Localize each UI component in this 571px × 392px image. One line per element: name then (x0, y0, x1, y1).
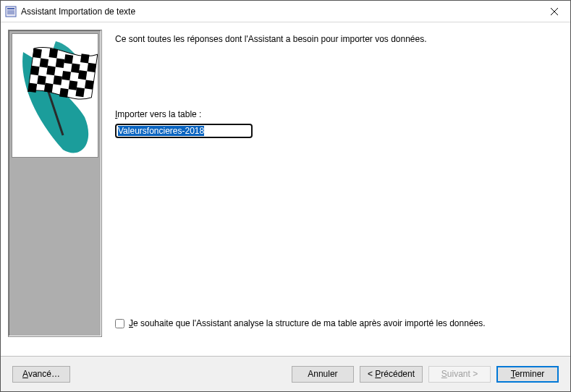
svg-rect-16 (30, 66, 40, 75)
svg-rect-26 (59, 88, 69, 98)
finish-button[interactable]: Terminer (496, 366, 559, 383)
wizard-image (8, 30, 102, 337)
svg-rect-22 (69, 80, 78, 90)
titlebar: Assistant Importation de texte (1, 1, 570, 22)
wizard-dialog: Assistant Importation de texte (0, 0, 571, 392)
svg-rect-13 (56, 59, 65, 68)
svg-rect-18 (62, 71, 71, 80)
svg-rect-21 (53, 75, 62, 85)
import-table-input[interactable] (115, 124, 253, 138)
advanced-button[interactable]: Avancé… (12, 366, 70, 383)
intro-text: Ce sont toutes les réponses dont l'Assis… (115, 34, 563, 44)
svg-rect-23 (85, 80, 94, 89)
svg-rect-1 (7, 8, 14, 9)
import-table-label: Importer vers la table : (115, 109, 563, 119)
close-icon (551, 8, 558, 15)
svg-rect-11 (80, 54, 90, 63)
svg-rect-20 (37, 75, 46, 85)
cancel-button[interactable]: Annuler (292, 366, 354, 383)
analyze-checkbox[interactable] (115, 319, 124, 328)
svg-rect-17 (46, 66, 56, 75)
svg-rect-10 (64, 54, 74, 64)
window-title: Assistant Importation de texte (21, 7, 538, 17)
svg-rect-27 (75, 88, 85, 97)
content-area: Ce sont toutes les réponses dont l'Assis… (1, 22, 570, 357)
svg-rect-24 (28, 83, 38, 93)
button-bar: Avancé… Annuler < Précédent Suivant > Te… (1, 357, 570, 391)
back-button[interactable]: < Précédent (360, 366, 423, 383)
svg-rect-8 (33, 48, 42, 58)
dialog-body: Ce sont toutes les réponses dont l'Assis… (1, 22, 570, 391)
next-button: Suivant > (428, 366, 491, 383)
svg-rect-19 (78, 70, 88, 80)
svg-rect-14 (71, 64, 80, 73)
finish-flag-illustration (12, 33, 98, 158)
analyze-label[interactable]: Je souhaite que l'Assistant analyse la s… (129, 318, 486, 328)
close-button[interactable] (538, 1, 570, 22)
svg-rect-15 (87, 63, 96, 72)
svg-rect-9 (49, 48, 59, 58)
analyze-checkbox-row: Je souhaite que l'Assistant analyse la s… (115, 318, 486, 328)
app-icon (5, 6, 17, 17)
svg-rect-12 (40, 58, 49, 67)
main-panel: Ce sont toutes les réponses dont l'Assis… (115, 30, 563, 349)
svg-rect-25 (44, 83, 54, 93)
